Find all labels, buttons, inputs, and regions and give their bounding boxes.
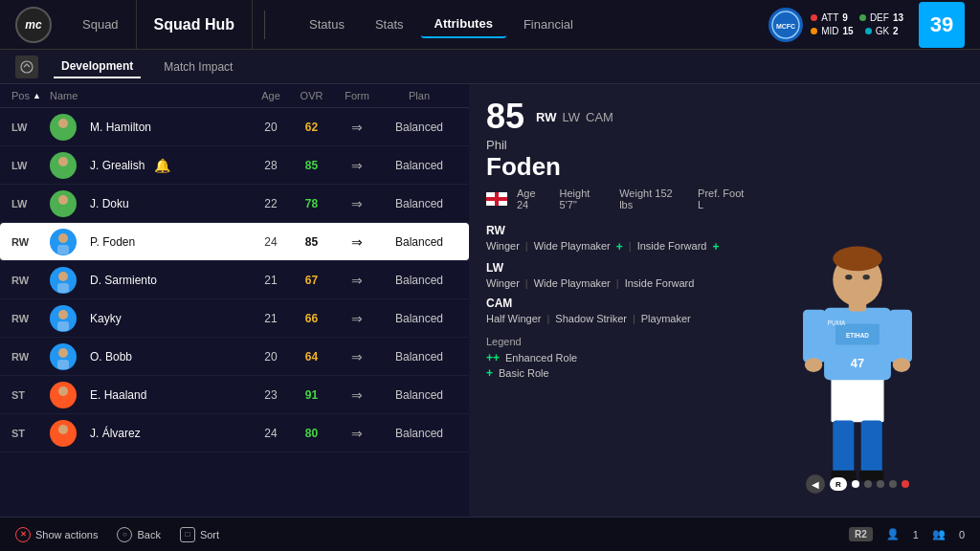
player-pos-7: ST	[11, 389, 50, 401]
sub-tab-development[interactable]: Development	[54, 55, 141, 78]
role-shadow-striker-cam[interactable]: Shadow Striker	[555, 313, 627, 324]
player-avatar-4	[50, 267, 77, 294]
player-avatar-1	[50, 152, 77, 179]
carousel-dots: ◀ R	[806, 474, 909, 494]
role-rw-tags: Winger | Wide Playmaker + | Inside Forwa…	[486, 240, 752, 253]
player-form-1: ⇒	[333, 158, 381, 173]
player-ovr-4: 67	[290, 274, 333, 287]
role-winger-lw[interactable]: Winger	[486, 277, 520, 289]
back-button[interactable]: ○ Back	[117, 527, 160, 542]
player-pos-6: RW	[11, 351, 50, 363]
svg-point-5	[58, 157, 68, 166]
player-plan-8: Balanced	[381, 427, 457, 440]
player-age-5: 21	[252, 312, 290, 325]
att-dot	[811, 14, 817, 21]
player-figure-svg: ETIHAD 47 PUMA	[771, 176, 944, 501]
carousel-dot-2[interactable]	[864, 480, 872, 488]
team-count-icon: 👥	[932, 528, 946, 540]
nav-squad[interactable]: Squad	[65, 0, 137, 50]
role-wide-playmaker-lw[interactable]: Wide Playmaker	[534, 277, 611, 289]
player-row[interactable]: RW D. Sarmiento 21 67 ⇒ Balanced	[0, 261, 469, 299]
player-row[interactable]: ST E. Haaland 23 91 ⇒ Balanced	[0, 376, 469, 414]
svg-text:MCFC: MCFC	[776, 23, 795, 30]
team-count: 0	[959, 529, 965, 540]
player-row[interactable]: RW P. Foden 24 85 ⇒ Balanced	[0, 223, 469, 261]
svg-rect-34	[889, 310, 912, 363]
sort-button[interactable]: □ Sort	[180, 527, 219, 542]
role-inside-forward-rw[interactable]: Inside Forward	[637, 240, 707, 253]
carousel-dot-3[interactable]	[877, 480, 884, 488]
player-plan-6: Balanced	[381, 350, 457, 364]
sub-tab-match-impact[interactable]: Match Impact	[156, 56, 240, 77]
role-half-winger-cam[interactable]: Half Winger	[486, 313, 541, 324]
gk-dot	[865, 28, 872, 34]
svg-rect-25	[833, 420, 854, 473]
player-plan-0: Balanced	[381, 121, 457, 134]
player-pos-3: RW	[11, 236, 50, 248]
player-row[interactable]: RW O. Bobb 20 64 ⇒ Balanced	[0, 338, 469, 376]
show-actions-button[interactable]: ✕ Show actions	[15, 527, 98, 542]
player-name-5: Kayky	[90, 312, 122, 325]
height-info: Height 5'7"	[560, 187, 611, 210]
roles-lw-section: LW Winger | Wide Playmaker | Inside Forw…	[486, 261, 752, 289]
svg-rect-23	[486, 197, 507, 201]
player-name-7: E. Haaland	[90, 388, 146, 402]
nav-squad-hub[interactable]: Squad Hub	[137, 0, 253, 50]
player-ovr-0: 62	[290, 121, 333, 134]
player-name-6: O. Bobb	[90, 350, 132, 364]
def-val: 13	[893, 12, 903, 23]
list-header: Pos ▲ Name Age OVR Form Plan	[0, 84, 469, 108]
players-count-icon: 👤	[886, 528, 900, 540]
overall-badge: 39	[919, 2, 965, 48]
show-actions-label: Show actions	[35, 529, 98, 540]
carousel-prev-btn[interactable]: ◀	[806, 474, 825, 494]
tab-financial[interactable]: Financial	[510, 11, 587, 37]
carousel-dot-0[interactable]: R	[830, 477, 847, 491]
carousel-dot-4[interactable]	[889, 480, 897, 488]
svg-rect-24	[831, 378, 883, 422]
svg-rect-26	[861, 420, 882, 473]
role-wide-playmaker-rw[interactable]: Wide Playmaker	[534, 240, 611, 253]
player-row[interactable]: LW J. Grealish 🔔 28 85 ⇒ Balanced	[0, 146, 469, 185]
header-plan: Plan	[381, 90, 457, 101]
svg-point-17	[58, 386, 68, 396]
svg-point-11	[58, 272, 68, 281]
legend-enhanced-symbol: ++	[486, 351, 500, 364]
weight-info: Weight 152 lbs	[619, 187, 688, 210]
player-avatar-7	[50, 382, 77, 408]
svg-rect-10	[57, 245, 69, 254]
role-inside-forward-lw[interactable]: Inside Forward	[625, 277, 695, 289]
tab-stats[interactable]: Stats	[362, 11, 417, 37]
role-winger-rw[interactable]: Winger	[486, 240, 520, 253]
square-button-icon: □	[180, 527, 195, 542]
pos-rw: RW	[536, 110, 556, 124]
svg-rect-12	[57, 283, 69, 293]
svg-point-15	[58, 348, 68, 358]
svg-point-2	[21, 61, 33, 73]
att-label: ATT	[821, 12, 838, 23]
player-avatar-6	[50, 343, 77, 370]
player-ovr-6: 64	[290, 350, 333, 364]
carousel-dot-5[interactable]	[902, 480, 909, 488]
svg-rect-4	[57, 130, 69, 140]
flag-icon	[486, 192, 507, 206]
player-age-1: 28	[252, 159, 290, 172]
player-form-0: ⇒	[333, 120, 381, 135]
player-row[interactable]: LW J. Doku 22 78 ⇒ Balanced	[0, 185, 469, 223]
player-name-line: Phil Foden	[486, 138, 752, 182]
player-row[interactable]: RW Kayky 21 66 ⇒ Balanced	[0, 299, 469, 338]
role-playmaker-cam[interactable]: Playmaker	[641, 313, 691, 324]
legend-enhanced-item: ++ Enhanced Role	[486, 351, 752, 364]
tab-status[interactable]: Status	[296, 11, 358, 37]
player-form-7: ⇒	[333, 387, 381, 403]
player-row[interactable]: LW M. Hamilton 20 62 ⇒ Balanced	[0, 108, 469, 146]
svg-point-35	[805, 358, 822, 372]
roles-cam-section: CAM Half Winger | Shadow Striker | Playm…	[486, 297, 752, 324]
player-row[interactable]: ST J. Álvarez 24 80 ⇒ Balanced	[0, 414, 469, 452]
carousel-dot-1[interactable]	[852, 480, 859, 488]
player-age-0: 20	[252, 121, 290, 134]
r2-button[interactable]: R2	[849, 527, 873, 541]
pref-foot-info: Pref. Foot L	[698, 187, 752, 210]
tab-attributes[interactable]: Attributes	[421, 11, 506, 38]
player-pos-2: LW	[11, 198, 50, 209]
